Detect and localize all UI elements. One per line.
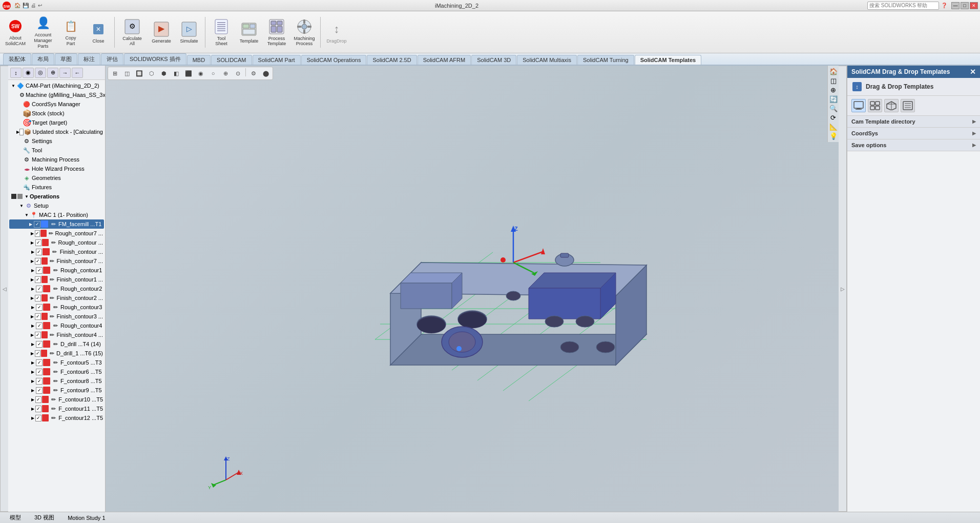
check-finish-contour4[interactable]: ✓	[35, 332, 40, 338]
maximize-btn[interactable]: □	[961, 2, 969, 9]
view-btn-4[interactable]: ⬡	[146, 68, 157, 78]
quick-access-home[interactable]: 🏠	[14, 3, 20, 8]
check-rough-contour7[interactable]: ✓	[35, 230, 40, 237]
tree-settings[interactable]: ▶ ⚙ Settings	[9, 136, 104, 146]
tab-evaluate[interactable]: 评估	[101, 53, 123, 65]
view-btn-8[interactable]: ◉	[195, 68, 206, 78]
tree-operations[interactable]: ▼ Operations	[9, 192, 104, 201]
quick-access-print[interactable]: 🖨	[31, 3, 36, 8]
tab-solidcam-3d[interactable]: SolidCAM 3D	[471, 55, 516, 65]
check-rough-contour3[interactable]: ✓	[36, 304, 43, 311]
tree-setup[interactable]: ▼ ⚙ Setup	[9, 201, 104, 210]
tab-drawing[interactable]: 草图	[55, 53, 77, 65]
tree-finish-contour2[interactable]: ▶✓✏Finish_contour2 ...	[9, 293, 104, 303]
tree-arrow-mac1[interactable]: ▼	[24, 213, 30, 217]
tree-d-drill-t4[interactable]: ▶✓✏D_drill ...T4 (14)	[9, 339, 104, 349]
about-solidcam-btn[interactable]: SW About SolidCAM	[2, 14, 29, 51]
view-btn-gear[interactable]: ⚙	[248, 68, 259, 78]
panel-btn-5[interactable]: →	[59, 68, 71, 78]
tree-finish-contour3[interactable]: ▶✓✏Finish_contour3 ...	[9, 312, 104, 321]
center-view[interactable]: ⊞ ◫ 🔲 ⬡ ⬢ ◧ ⬛ ◉ ○ ⊕ ⊙ ⚙ ⬤ 🏠 ◫ ⊕ 🔄 🔍 ⟳ 📐 …	[106, 66, 839, 512]
tree-f-contour9-t5[interactable]: ▶✓✏F_contour9 ...T5	[9, 386, 104, 395]
tree-f-contour12-t5[interactable]: ▶✓✏F_contour12 ...T5	[9, 413, 104, 423]
arrow-f-contour12-t5[interactable]: ▶	[30, 416, 35, 420]
panel-btn-2[interactable]: ◉	[23, 68, 34, 78]
check-f-contour6-t5[interactable]: ✓	[36, 369, 43, 375]
tab-solidcam-operations[interactable]: SolidCAM Operations	[301, 55, 367, 65]
tab-solidcam-2_5d[interactable]: SolidCAM 2.5D	[367, 55, 416, 65]
tool-sheet-btn[interactable]: ToolSheet	[208, 14, 235, 51]
tree-finish-contour1[interactable]: ▶✓✏Finish_contour1 ...	[9, 275, 104, 284]
view-btn-5[interactable]: ⬢	[158, 68, 170, 78]
tree-check-fm-facemill[interactable]: ✓	[34, 221, 40, 228]
tree-check-updated-stock[interactable]	[19, 129, 24, 135]
check-f-contour8-t5[interactable]: ✓	[36, 378, 43, 385]
generate-btn[interactable]: ▶ Generate	[148, 14, 175, 51]
tree-arrow-setup[interactable]: ▼	[18, 204, 25, 208]
account-manager-btn[interactable]: 👤 AccountManagerParts	[30, 14, 56, 51]
arrow-finish-contour2[interactable]: ▶	[30, 296, 35, 300]
tree-rough-contour3[interactable]: ▶✓✏Rough_contour3	[9, 303, 104, 312]
search-input[interactable]	[867, 2, 939, 10]
view-btn-9[interactable]: ○	[207, 68, 219, 78]
check-finish-contour2[interactable]: ✓	[35, 295, 40, 301]
tree-f-contour11-t5[interactable]: ▶✓✏F_contour11 ...T5	[9, 404, 104, 413]
panel-btn-4[interactable]: ⊕	[47, 68, 58, 78]
tree-arrow-fm-facemill[interactable]: ▶	[28, 222, 34, 227]
tree-d-drill1-t6[interactable]: ▶✓✏D_drill_1 ...T6 (15)	[9, 349, 104, 358]
check-f-contour12-t5[interactable]: ✓	[35, 415, 41, 421]
check-finish-contour3[interactable]: ✓	[35, 313, 40, 320]
tree-arrow-cam-part[interactable]: ▼	[10, 84, 16, 88]
tree-finish-contour7[interactable]: ▶✓✏Finish_contour7 ...	[9, 256, 104, 266]
tab-mbd[interactable]: MBD	[187, 55, 211, 65]
arrow-f-contour11-t5[interactable]: ▶	[30, 407, 35, 411]
check-d-drill-t4[interactable]: ✓	[36, 341, 43, 348]
tab-solidworks-parts[interactable]: SOLIDWORKS 插件	[124, 53, 186, 65]
tree-coordsys[interactable]: ▶ 🔴 CoordSys Manager	[9, 99, 104, 109]
arrow-rough-contour[interactable]: ▶	[30, 240, 35, 245]
arrow-finish-contour[interactable]: ▶	[30, 250, 36, 254]
check-finish-contour7[interactable]: ✓	[35, 258, 40, 265]
bottom-tab-motion-study[interactable]: Motion Study 1	[61, 513, 112, 522]
view-icon-7[interactable]: 📐	[829, 123, 838, 131]
process-template-btn[interactable]: ProcessTemplate	[263, 14, 290, 51]
tree-machining-process[interactable]: ▶ ⚙ Machining Process	[9, 155, 104, 164]
view-icon-6[interactable]: ⟳	[830, 114, 836, 122]
check-rough-contour[interactable]: ✓	[35, 239, 41, 246]
view-btn-10[interactable]: ⊕	[220, 68, 231, 78]
tree-f-contour10-t5[interactable]: ▶✓✏F_contour10 ...T5	[9, 395, 104, 404]
tab-solidcam-afrm[interactable]: SolidCAM AFRM	[418, 55, 471, 65]
tab-solidcam-multiaxis[interactable]: SolidCAM Multiaxis	[517, 55, 577, 65]
view-btn-1[interactable]: ⊞	[109, 68, 120, 78]
panel-btn-6[interactable]: ←	[72, 68, 83, 78]
check-finish-contour1[interactable]: ✓	[35, 276, 40, 283]
view-btn-11[interactable]: ⊙	[232, 68, 243, 78]
rp-icon-monitor[interactable]	[851, 99, 866, 112]
view-btn-3[interactable]: 🔲	[134, 68, 145, 78]
close-btn-toolbar[interactable]: ✕ Close	[85, 14, 112, 51]
rp-icon-3d[interactable]	[884, 99, 899, 112]
tab-blueprint[interactable]: 布局	[32, 53, 54, 65]
tab-mark[interactable]: 标注	[78, 53, 100, 65]
check-finish-contour[interactable]: ✓	[36, 249, 43, 255]
tree-cam-part[interactable]: ▼ 🔷 CAM-Part (iMachining_2D_2)	[9, 81, 104, 90]
view-btn-6[interactable]: ◧	[171, 68, 182, 78]
arrow-rough-contour4[interactable]: ▶	[30, 324, 36, 328]
view-icon-5[interactable]: 🔍	[829, 105, 838, 112]
tab-solidcam[interactable]: SOLIDCAM	[211, 55, 252, 65]
tree-rough-contour1[interactable]: ▶✓✏Rough_contour1	[9, 266, 104, 275]
tab-solidcam-turning[interactable]: SolidCAM Turning	[577, 55, 634, 65]
tree-arrow-operations[interactable]: ▼	[24, 194, 30, 199]
tree-stock[interactable]: ▶ 📦 Stock (stock)	[9, 109, 104, 118]
check-rough-contour1[interactable]: ✓	[36, 267, 43, 274]
copy-part-btn[interactable]: 📋 CopyPart	[57, 14, 84, 51]
view-btn-dot[interactable]: ⬤	[260, 68, 272, 78]
check-f-contour11-t5[interactable]: ✓	[35, 406, 41, 412]
tree-finish-contour4[interactable]: ▶✓✏Finish_contour4 ...	[9, 330, 104, 339]
check-f-contour10-t5[interactable]: ✓	[35, 396, 41, 403]
tree-rough-contour7[interactable]: ▶✓✏Rough_contour7 ...	[9, 229, 104, 238]
tree-updated-stock[interactable]: ▶ 📦 Updated stock - [Calculating	[9, 127, 104, 136]
check-rough-contour4[interactable]: ✓	[36, 323, 43, 329]
tree-mac1[interactable]: ▼ 📍 MAC 1 (1- Position)	[9, 210, 104, 219]
arrow-f-contour5-t3[interactable]: ▶	[30, 360, 36, 365]
